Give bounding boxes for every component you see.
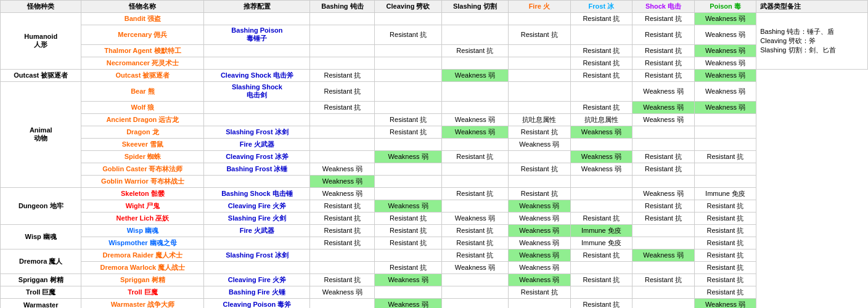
frost-cell	[570, 139, 633, 151]
cell	[441, 163, 508, 176]
monster-name: Wolf 狼	[81, 102, 204, 114]
poison-cell: Resistant 抗	[694, 213, 756, 225]
table-row: Wolf 狼Resistant 抗Resistant 抗Weakness 弱We…	[1, 102, 868, 114]
poison-cell: Resistant 抗	[694, 274, 756, 286]
config-cell	[204, 176, 310, 188]
category-cell: Troll 巨魔	[1, 286, 81, 299]
cell: Weakness 弱	[375, 151, 441, 163]
cell: Resistant 抗	[441, 237, 508, 249]
cell	[310, 114, 375, 126]
fire-cell	[508, 13, 570, 25]
shock-cell	[633, 139, 695, 151]
frost-cell: 抗吐息属性	[570, 114, 633, 126]
config-cell: Slashing Frost 冰剑	[204, 249, 310, 262]
frost-cell: Immune 免疫	[570, 237, 633, 249]
table-row: Dremora 魔人Dremora Raider 魔人术士Slashing Fr…	[1, 249, 868, 262]
category-cell: Wisp 幽魂	[1, 225, 81, 249]
cell	[375, 176, 441, 188]
category-cell: Humanoid 人形	[1, 13, 81, 70]
cell	[375, 163, 441, 176]
fire-cell	[508, 45, 570, 57]
frost-cell: Immune 免疫	[570, 225, 633, 237]
cell: Weakness 弱	[310, 188, 375, 200]
config-cell: Fire 火武器	[204, 225, 310, 237]
table-row: Humanoid 人形Bandit 强盗Resistant 抗Resistant…	[1, 13, 868, 25]
monster-name: Skeever 雪鼠	[81, 139, 204, 151]
table-row: Mercenary 佣兵Bashing Poison 毒锤子Resistant …	[1, 25, 868, 45]
table-row: Wight 尸鬼Cleaving Fire 火斧Resistant 抗Weakn…	[1, 200, 868, 213]
category-cell: Animal 动物	[1, 82, 81, 188]
cell	[375, 249, 441, 262]
cell: Weakness 弱	[441, 126, 508, 139]
cell: Weakness 弱	[375, 299, 441, 309]
shock-cell	[633, 286, 695, 299]
fire-cell	[508, 82, 570, 102]
cell	[441, 274, 508, 286]
cell	[441, 176, 508, 188]
poison-cell	[694, 163, 756, 176]
cell	[310, 262, 375, 274]
monster-name: Mercenary 佣兵	[81, 25, 204, 45]
frost-cell	[570, 286, 633, 299]
config-cell: Slashing Frost 冰剑	[204, 126, 310, 139]
poison-cell: Weakness 弱	[694, 102, 756, 114]
table-row: Troll 巨魔Troll 巨魔Bashing Fire 火锤Weakness …	[1, 286, 868, 299]
shock-cell: Weakness 弱	[633, 249, 695, 262]
shock-cell	[633, 225, 695, 237]
poison-cell: Weakness 弱	[694, 70, 756, 82]
config-cell: Cleaving Frost 冰斧	[204, 151, 310, 163]
fire-cell	[508, 176, 570, 188]
monster-name: Dragon 龙	[81, 126, 204, 139]
cell: Resistant 抗	[310, 82, 375, 102]
cell: Resistant 抗	[310, 274, 375, 286]
monster-name: Nether Lich 巫妖	[81, 213, 204, 225]
cell	[310, 151, 375, 163]
monster-name: Spider 蜘蛛	[81, 151, 204, 163]
cell: Resistant 抗	[310, 200, 375, 213]
fire-cell: 抗吐息属性	[508, 114, 570, 126]
table-row: Goblin Warrior 哥布林战士Weakness 弱	[1, 176, 868, 188]
fire-cell	[508, 151, 570, 163]
header-name: 怪物名称	[81, 1, 204, 13]
shock-cell: Resistant 抗	[633, 70, 695, 82]
fire-cell	[508, 57, 570, 70]
cell: Weakness 弱	[310, 176, 375, 188]
cell: Weakness 弱	[441, 213, 508, 225]
fire-cell: Weakness 弱	[508, 200, 570, 213]
shock-cell: Weakness 弱	[633, 102, 695, 114]
config-cell	[204, 57, 310, 70]
cell	[441, 82, 508, 102]
config-cell	[204, 237, 310, 249]
config-cell: Slashing Shock 电击剑	[204, 82, 310, 102]
poison-cell: Resistant 抗	[694, 262, 756, 274]
notes-cell: Bashing 钝击：锤子、盾 Cleaving 劈砍：斧 Slashing 切…	[756, 13, 868, 70]
frost-cell	[570, 82, 633, 102]
table-row: Necromancer 死灵术士Resistant 抗Resistant 抗We…	[1, 57, 868, 70]
cell	[310, 25, 375, 45]
cell: Resistant 抗	[310, 102, 375, 114]
monster-name: Goblin Warrior 哥布林战士	[81, 176, 204, 188]
header-bashing: Bashing 钝击	[310, 1, 375, 13]
fire-cell: Resistant 抗	[508, 188, 570, 200]
cell: Resistant 抗	[310, 70, 375, 82]
shock-cell: Resistant 抗	[633, 213, 695, 225]
cell	[375, 57, 441, 70]
cell	[375, 82, 441, 102]
frost-cell	[570, 200, 633, 213]
config-cell: Cleaving Shock 电击斧	[204, 70, 310, 82]
cell	[375, 286, 441, 299]
frost-cell: Resistant 抗	[570, 70, 633, 82]
shock-cell	[633, 237, 695, 249]
poison-cell: Weakness 弱	[694, 299, 756, 309]
category-cell: Outcast 被驱逐者	[1, 70, 81, 82]
poison-cell: Weakness 弱	[694, 13, 756, 25]
header-slashing: Slashing 切割	[441, 1, 508, 13]
frost-cell: Weakness 弱	[570, 163, 633, 176]
shock-cell: Resistant 抗	[633, 25, 695, 45]
header-fire: Fire 火	[508, 1, 570, 13]
poison-cell: Weakness 弱	[694, 45, 756, 57]
cell	[375, 188, 441, 200]
table-row: Spriggan 树精Spriggan 树精Cleaving Fire 火斧Re…	[1, 274, 868, 286]
config-cell	[204, 262, 310, 274]
config-cell: Slashing Fire 火剑	[204, 213, 310, 225]
